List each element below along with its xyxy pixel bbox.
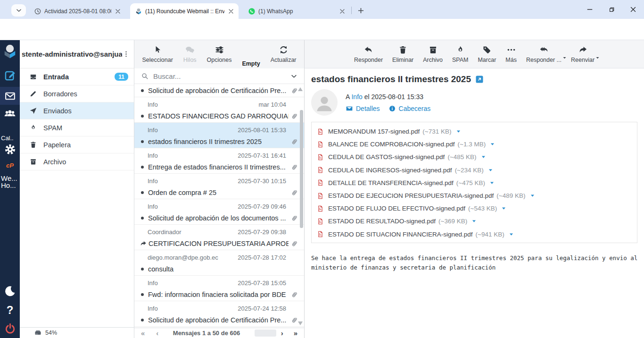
attachment-name[interactable]: DETALLE DE TRANSFERENCIA-signed.pdf [328,179,454,186]
list-scrollbar[interactable] [300,110,303,228]
folder-icon [29,73,37,81]
search-input[interactable]: Buscar... [153,72,181,80]
taskbar-settings[interactable] [0,143,20,156]
flag-dot-icon [141,140,144,143]
browser-tab-whatsapp[interactable]: (1) WhatsApp [243,3,350,19]
message-row[interactable]: Info mar 10:04 ESTADOS FINANCIEROS GAD P… [134,97,304,123]
attachment-item[interactable]: ESTADO DE RESULTADO-signed.pdf (~369 KB) [317,215,632,228]
attachment-item[interactable]: BALANCE DE COMPROBACION-signed.pdf (~1.3… [317,138,632,151]
list-options-button[interactable]: Opciones [203,44,236,68]
message-forward-button[interactable]: Reenviar [567,44,599,68]
page-jump-input[interactable] [255,330,276,337]
taskbar-webmail-home[interactable]: We...Ho... [0,175,20,189]
dropdown-caret-icon[interactable] [595,55,600,60]
scroll-up-arrow[interactable] [298,87,303,91]
pdf-icon [317,192,324,200]
list-refresh-button[interactable]: Actualizar [266,44,301,68]
attachment-name[interactable]: ESTADO DE EJECUCION PRESUPUESTARIA-signe… [328,192,494,199]
attachment-menu-caret-icon[interactable] [455,128,462,135]
message-spam-button[interactable]: SPAM [448,44,473,68]
attachment-menu-caret-icon[interactable] [501,205,507,211]
tab-search-button[interactable] [11,4,26,17]
attachment-menu-caret-icon[interactable] [480,154,487,160]
first-page-button[interactable]: « [141,329,145,337]
window-restore-button[interactable] [602,3,621,16]
close-icon[interactable] [227,8,235,15]
message-row[interactable]: Info 2025-08-01 15:33 estados financiero… [134,123,304,148]
attachment-item[interactable]: MEMORANDUM 157-signed.pdf (~731 KB) [317,125,632,138]
message-reply-all-button[interactable]: Responder ... [522,44,566,68]
toolbar-button-icon [482,45,492,55]
attachment-item[interactable]: ESTADO DE EJECUCION PRESUPUESTARIA-signe… [317,189,632,202]
message-row[interactable]: Info 2025-07-29 09:46 Solicitud de aprob… [134,199,304,225]
attachment-menu-caret-icon[interactable] [489,141,495,147]
next-page-button[interactable]: › [281,329,283,337]
attachment-name[interactable]: ESTADO DE RESULTADO-signed.pdf [328,218,436,225]
attachment-name[interactable]: CEDULA DE INGRESOS-signed-signed.pdf [328,167,452,174]
message-delete-button[interactable]: Eliminar [388,44,418,68]
folder-item-spam[interactable]: SPAM [20,119,134,136]
message-reply-button[interactable]: Responder [350,44,387,68]
message-row[interactable]: Coordinador 2025-07-29 09:38 CERTIFICACI… [134,225,304,250]
avatar [311,89,338,116]
attachment-name[interactable]: CEDULA DE GASTOS-signed-signed.pdf [328,153,445,161]
message-row[interactable]: Info 2025-07-30 10:15 Orden de compra # … [134,174,304,199]
search-bar[interactable]: Buscar... [134,68,304,84]
paperclip-icon [290,163,298,171]
list-empty-button[interactable]: Empty [238,44,264,68]
folder-item-entrada[interactable]: Entrada 11 [20,68,134,85]
attachment-menu-caret-icon[interactable] [487,167,494,173]
taskbar-help[interactable]: ? [0,304,20,317]
taskbar-mail[interactable] [0,87,20,105]
open-in-new-window-icon[interactable] [475,75,484,84]
message-mark-button[interactable]: Marcar [473,44,500,68]
attachment-name[interactable]: MEMORANDUM 157-signed.pdf [328,128,420,135]
browser-tab-roundcube[interactable]: (11) Roundcube Webmail :: Envi [130,3,239,19]
attachment-menu-caret-icon[interactable] [489,180,495,186]
taskbar-calendar[interactable]: Cal.. [0,135,20,142]
headers-link[interactable]: Cabeceras [388,105,431,112]
taskbar-logout[interactable] [0,322,20,335]
browser-tab-activity[interactable]: Actividad 2025-08-01 08:00:00 [29,3,125,19]
attachment-name[interactable]: BALANCE DE COMPROBACION-signed.pdf [328,141,455,148]
message-more-button[interactable]: Más [501,44,521,68]
window-minimize-button[interactable] [580,3,599,16]
folder-item-enviados[interactable]: Enviados [20,102,134,119]
attachment-menu-caret-icon[interactable] [529,193,536,199]
message-row[interactable]: Info 2025-07-28 15:05 Fwd: informacion f… [134,276,304,301]
folder-item-borradores[interactable]: Borradores [20,85,134,102]
folder-item-papelera[interactable]: Papelera [20,136,134,153]
message-row[interactable]: Info 2025-07-31 16:41 Entrega de estados… [134,148,304,174]
last-page-button[interactable]: » [294,329,297,337]
message-archive-button[interactable]: Archivo [419,44,447,68]
account-menu-icon[interactable] [122,50,130,58]
close-icon[interactable] [339,8,346,15]
attachment-name[interactable]: ESTADO DE FLUJO DEL EFECTIVO-signed.pdf [328,205,465,212]
scroll-down-arrow[interactable] [298,321,303,325]
close-icon[interactable] [114,8,122,15]
message-row[interactable]: Info 2025-07-24 12:58 Solicitud de aprob… [134,301,304,327]
list-select-button[interactable]: Seleccionar [138,44,177,68]
attachment-item[interactable]: ESTADO DE SITUACION FINANCIERA-signed.pd… [317,228,632,241]
search-options-chevron-icon[interactable] [290,73,297,80]
taskbar-compose[interactable] [0,69,20,82]
message-row[interactable]: Solicitud de aprobación de Certificación… [134,84,304,97]
message-row[interactable]: diego.moran@dpe.gob.ec 2025-07-28 17:02 … [134,250,304,276]
attachment-menu-caret-icon[interactable] [471,218,477,224]
list-threads-button[interactable]: Hilos [179,44,201,68]
details-link[interactable]: Detalles [346,105,380,112]
taskbar-dark-mode[interactable] [0,285,20,298]
new-tab-button[interactable] [355,4,367,17]
attachment-item[interactable]: DETALLE DE TRANSFERENCIA-signed.pdf (~47… [317,177,632,189]
attachment-menu-caret-icon[interactable] [508,231,514,237]
attachment-name[interactable]: ESTADO DE SITUACION FINANCIERA-signed.pd… [328,231,473,238]
recipient-link[interactable]: Info [351,93,362,101]
attachment-item[interactable]: CEDULA DE GASTOS-signed-signed.pdf (~485… [317,151,632,163]
folder-item-archivo[interactable]: Archivo [20,153,134,170]
attachment-item[interactable]: ESTADO DE FLUJO DEL EFECTIVO-signed.pdf … [317,202,632,215]
taskbar-cpanel[interactable]: cP [0,162,20,169]
attachment-item[interactable]: CEDULA DE INGRESOS-signed-signed.pdf (~2… [317,164,632,177]
taskbar-contacts[interactable] [0,107,20,120]
account-header[interactable]: stente-administrativo@sanjuan.gob.ec [20,40,134,68]
window-close-button[interactable] [624,3,643,16]
